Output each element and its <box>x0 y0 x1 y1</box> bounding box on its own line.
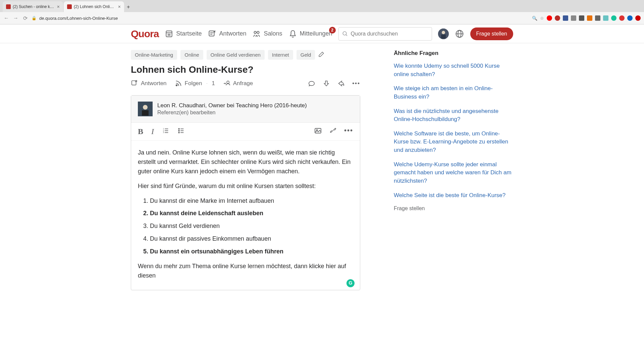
bold-button[interactable]: B <box>138 127 143 136</box>
new-tab-button[interactable]: + <box>125 2 132 12</box>
topic-tag[interactable]: Online <box>180 50 203 60</box>
svg-point-29 <box>178 128 179 129</box>
topic-tag[interactable]: Online Geld verdienen <box>207 50 265 60</box>
globe-icon[interactable] <box>455 29 464 39</box>
share-icon[interactable] <box>337 80 345 87</box>
zoom-icon[interactable]: 🔍 <box>532 16 537 21</box>
quora-logo[interactable]: Quora <box>131 28 159 40</box>
editor-body[interactable]: Ja und nein. Online Kurse lohnen sich, w… <box>131 141 360 290</box>
extension-icon[interactable] <box>555 15 560 21</box>
extension-icon[interactable] <box>603 15 608 21</box>
extension-icon[interactable] <box>571 15 576 21</box>
answer-editor: Leon R. Chaudhari, Owner bei Teaching He… <box>131 95 360 290</box>
topic-tags: Online-Marketing Online Online Geld verd… <box>131 50 360 60</box>
search-input[interactable] <box>351 31 428 37</box>
nav-notifications[interactable]: Mitteilungen 2 <box>288 29 332 38</box>
url-field[interactable]: 🔒 de.quora.com/Lohnen-sich-Online-Kurse <box>32 16 529 21</box>
back-button[interactable]: ← <box>3 15 9 21</box>
edit-references[interactable]: Referenz(en) bearbeiten <box>157 110 307 116</box>
pencil-icon <box>318 51 324 57</box>
extension-icon[interactable] <box>635 15 641 21</box>
nav-label: Antworten <box>219 30 246 37</box>
author-avatar[interactable] <box>138 102 153 116</box>
quora-header: Quora Startseite Antworten Salons Mittei… <box>0 24 644 43</box>
request-icon <box>223 80 230 87</box>
search-box[interactable] <box>338 27 432 41</box>
svg-line-37 <box>332 129 334 131</box>
related-question[interactable]: Was ist die nützlichste und angesehenste… <box>394 107 513 124</box>
close-icon[interactable]: × <box>57 4 60 9</box>
svg-point-7 <box>254 31 257 34</box>
svg-line-10 <box>346 35 347 36</box>
svg-rect-4 <box>209 31 214 36</box>
related-question[interactable]: Welche Seite ist die beste für Online-Ku… <box>394 191 513 200</box>
notification-badge: 2 <box>329 27 336 34</box>
svg-point-30 <box>178 130 179 131</box>
svg-text:3: 3 <box>163 131 164 133</box>
extension-icon[interactable] <box>627 15 633 21</box>
home-icon <box>165 29 173 38</box>
ordered-list: Du kannst dir eine Marke im Internet auf… <box>138 196 353 256</box>
topic-tag[interactable]: Geld <box>297 50 315 60</box>
forward-button[interactable]: → <box>13 15 19 21</box>
author-name[interactable]: Leon R. Chaudhari, Owner bei Teaching He… <box>157 102 307 109</box>
downvote-icon[interactable] <box>323 80 330 87</box>
paragraph: Ja und nein. Online Kurse lohnen sich, w… <box>138 148 353 176</box>
extension-icon[interactable] <box>619 15 625 21</box>
grammarly-icon[interactable]: G <box>346 279 355 287</box>
follow-count: 1 <box>212 80 215 87</box>
topic-tag[interactable]: Internet <box>268 50 293 60</box>
answer-icon <box>208 29 216 38</box>
author-row: Leon R. Chaudhari, Owner bei Teaching He… <box>131 96 360 123</box>
more-icon[interactable]: ••• <box>352 80 360 87</box>
edit-tags-button[interactable] <box>318 51 324 59</box>
extension-icon[interactable] <box>595 15 600 21</box>
extension-icon[interactable] <box>579 15 584 21</box>
nav-label: Startseite <box>176 30 202 37</box>
more-icon[interactable]: ••• <box>344 127 353 136</box>
svg-point-21 <box>143 105 148 110</box>
comment-icon[interactable] <box>308 80 315 87</box>
nav-home[interactable]: Startseite <box>165 29 202 38</box>
italic-button[interactable]: I <box>151 127 154 136</box>
sidebar-ask-question[interactable]: Frage stellen <box>394 205 513 212</box>
action-label: Antworten <box>141 80 167 87</box>
follow-button[interactable]: Folgen · 1 <box>175 80 215 87</box>
list-item: Du kannst deine Leidenschaft ausleben <box>150 209 353 218</box>
nav-spaces[interactable]: Salons <box>252 29 282 38</box>
sidebar: Ähnliche Fragen Wie konnte Udemy so schn… <box>394 50 513 290</box>
browser-tab-1[interactable]: (2) Lohnen sich Online-Kurse? × <box>64 1 124 12</box>
related-question[interactable]: Wie steige ich am besten in ein Online-B… <box>394 84 513 101</box>
unordered-list-button[interactable] <box>177 127 185 136</box>
write-icon <box>131 80 138 87</box>
link-button[interactable] <box>329 127 337 136</box>
image-button[interactable] <box>314 127 322 136</box>
list-item: Du kannst Geld verdienen <box>150 222 353 231</box>
reload-button[interactable]: ⟳ <box>22 15 28 21</box>
topic-tag[interactable]: Online-Marketing <box>131 50 177 60</box>
main-column: Online-Marketing Online Online Geld verd… <box>131 50 360 290</box>
answer-button[interactable]: Antworten <box>131 80 167 87</box>
star-icon[interactable]: ☆ <box>540 16 544 21</box>
action-label: Anfrage <box>233 80 253 87</box>
extension-icon[interactable] <box>547 15 552 21</box>
close-icon[interactable]: × <box>118 4 121 9</box>
paragraph: Hier sind fünf Gründe, warum du mit onli… <box>138 182 353 191</box>
extension-icons: 🔍 ☆ <box>532 15 641 21</box>
ordered-list-button[interactable]: 123 <box>162 127 169 136</box>
related-question[interactable]: Welche Software ist die beste, um Online… <box>394 130 513 155</box>
related-question[interactable]: Welche Udemy-Kurse sollte jeder einmal g… <box>394 161 513 185</box>
extension-icon[interactable] <box>611 15 616 21</box>
svg-point-12 <box>442 31 445 34</box>
ask-question-button[interactable]: Frage stellen <box>470 27 514 40</box>
browser-tab-0[interactable]: (2) Suchen - online kurse - Q × <box>3 1 63 12</box>
svg-point-8 <box>257 31 260 34</box>
browser-chrome: (2) Suchen - online kurse - Q × (2) Lohn… <box>0 0 644 24</box>
extension-icon[interactable] <box>563 15 568 21</box>
request-button[interactable]: Anfrage <box>223 80 253 87</box>
extension-icon[interactable] <box>587 15 592 21</box>
svg-point-18 <box>176 85 177 86</box>
nav-answer[interactable]: Antworten <box>208 29 246 38</box>
user-avatar[interactable] <box>438 28 449 39</box>
related-question[interactable]: Wie konnte Udemy so schnell 5000 Kurse o… <box>394 62 513 78</box>
